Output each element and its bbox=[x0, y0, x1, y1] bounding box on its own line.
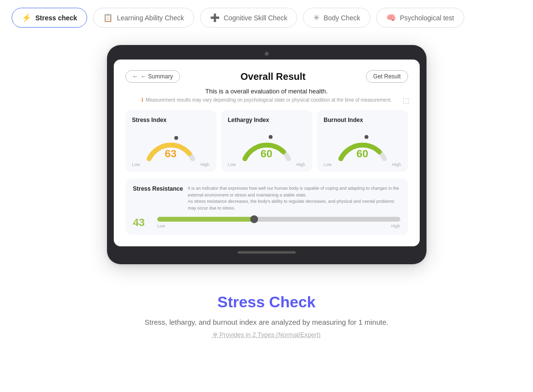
svg-point-0 bbox=[174, 136, 178, 140]
lethargy-index-label: Lethargy Index bbox=[228, 117, 269, 123]
stress-gauge-svg: 63 bbox=[142, 127, 200, 161]
slider-labels: Low High bbox=[157, 224, 400, 228]
burnout-minmax: Low High bbox=[324, 162, 401, 167]
burnout-gauge-svg: 60 bbox=[334, 127, 392, 161]
summary-label: ← Summary bbox=[141, 73, 173, 80]
info-icon: ℹ bbox=[141, 97, 143, 103]
resistance-desc-line1: It is an indicator that expresses how we… bbox=[188, 185, 400, 198]
tab-label: Cognitive Skill Check bbox=[224, 14, 288, 22]
tab-label: Psychological test bbox=[400, 14, 454, 22]
note-text: Measurement results may vary depending o… bbox=[146, 97, 392, 103]
stress-low: Low bbox=[132, 162, 140, 167]
resistance-body: 43 Low High bbox=[133, 216, 400, 229]
brain-icon: 🧠 bbox=[386, 13, 396, 22]
lethargy-gauge-svg: 60 bbox=[238, 127, 296, 161]
screen-note: ℹ Measurement results may vary depending… bbox=[125, 97, 408, 103]
resistance-title: Stress Resistance bbox=[133, 185, 183, 192]
tab-learning-ability[interactable]: 📋 Learning Ability Check bbox=[93, 8, 194, 28]
tab-stress-check[interactable]: ⚡ Stress check bbox=[12, 8, 87, 28]
burnout-low: Low bbox=[324, 162, 332, 167]
bottom-note: ※ Provides in 2 Types (Normal/Expert) bbox=[12, 331, 521, 338]
bottom-title: Stress Check bbox=[12, 293, 521, 311]
stress-resistance-card: Stress Resistance It is an indicator tha… bbox=[125, 179, 408, 235]
summary-button[interactable]: ← ← Summary bbox=[125, 70, 181, 83]
lethargy-index-card: Lethargy Index 60 Low bbox=[221, 110, 312, 172]
stress-index-card: Stress Index 63 bbox=[125, 110, 216, 172]
svg-point-1 bbox=[269, 135, 273, 139]
screen-title: Overall Result bbox=[180, 71, 366, 82]
tablet-wrapper: ← ← Summary Overall Result Get Result Th… bbox=[0, 35, 533, 279]
arrow-left-icon: ← bbox=[133, 73, 138, 80]
bottom-section: Stress Check Stress, lethargy, and burno… bbox=[0, 279, 533, 348]
burnout-value: 60 bbox=[356, 148, 368, 160]
lethargy-value: 60 bbox=[260, 148, 272, 160]
slider-thumb bbox=[250, 215, 258, 223]
export-icon[interactable]: ⬚ bbox=[403, 96, 409, 104]
slider-high: High bbox=[391, 224, 400, 228]
tablet-device: ← ← Summary Overall Result Get Result Th… bbox=[107, 45, 426, 264]
get-result-button[interactable]: Get Result bbox=[366, 70, 408, 83]
plus-icon: ➕ bbox=[210, 13, 220, 22]
tab-body-check[interactable]: ✳ Body Check bbox=[303, 8, 370, 28]
burnout-index-gauge: 60 Low High bbox=[324, 127, 401, 167]
tablet-screen: ← ← Summary Overall Result Get Result Th… bbox=[114, 60, 420, 246]
tab-label: Learning Ability Check bbox=[117, 14, 184, 22]
star-icon: ✳ bbox=[313, 13, 320, 22]
clipboard-icon: 📋 bbox=[103, 13, 113, 22]
tablet-bottom-bar bbox=[238, 251, 296, 254]
resistance-header: Stress Resistance It is an indicator tha… bbox=[133, 185, 400, 211]
lightning-icon: ⚡ bbox=[22, 13, 31, 22]
lethargy-minmax: Low High bbox=[228, 162, 305, 167]
stress-value: 63 bbox=[165, 148, 176, 160]
lethargy-low: Low bbox=[228, 162, 236, 167]
stress-index-gauge: 63 Low High bbox=[132, 127, 210, 167]
svg-point-2 bbox=[365, 135, 368, 139]
screen-subtitle: This is a overall evaluation of mental h… bbox=[125, 88, 408, 95]
tab-cognitive-skill[interactable]: ➕ Cognitive Skill Check bbox=[200, 8, 298, 28]
screen-header: ← ← Summary Overall Result Get Result bbox=[125, 70, 408, 83]
lethargy-index-gauge: 60 Low High bbox=[228, 127, 305, 167]
lethargy-high: High bbox=[296, 162, 305, 167]
nav-tabs: ⚡ Stress check 📋 Learning Ability Check … bbox=[0, 0, 533, 35]
tab-psychological-test[interactable]: 🧠 Psychological test bbox=[376, 8, 464, 28]
burnout-index-label: Burnout Index bbox=[324, 117, 363, 123]
slider-track bbox=[157, 217, 400, 222]
stress-minmax: Low High bbox=[132, 162, 210, 167]
burnout-high: High bbox=[392, 162, 401, 167]
gauge-row: Stress Index 63 bbox=[125, 110, 408, 172]
tab-label: Stress check bbox=[35, 14, 77, 22]
tablet-camera bbox=[265, 52, 269, 56]
slider-low: Low bbox=[157, 224, 166, 228]
resistance-desc: It is an indicator that expresses how we… bbox=[188, 185, 400, 211]
stress-index-label: Stress Index bbox=[132, 117, 167, 123]
bottom-desc: Stress, lethargy, and burnout index are … bbox=[12, 318, 521, 326]
resistance-slider: Low High bbox=[157, 217, 400, 228]
stress-high: High bbox=[200, 162, 210, 167]
resistance-desc-line2: As stress resistance decreases, the body… bbox=[188, 198, 400, 211]
tab-label: Body Check bbox=[323, 14, 360, 22]
burnout-index-card: Burnout Index 60 Low bbox=[317, 110, 408, 172]
resistance-value: 43 bbox=[133, 216, 151, 229]
